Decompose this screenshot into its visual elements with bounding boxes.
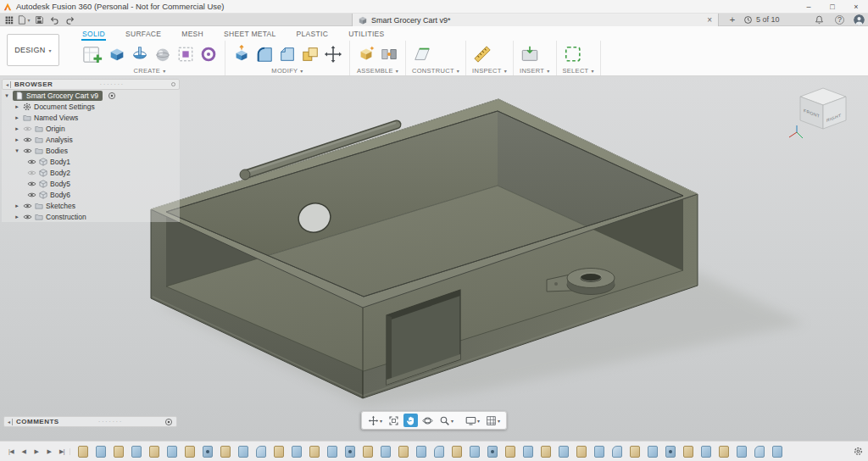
timeline-settings-button[interactable] xyxy=(851,447,865,456)
timeline-sketch-feature-icon[interactable] xyxy=(274,446,284,458)
panel-options-icon[interactable] xyxy=(171,82,175,86)
timeline-extrude-feature-icon[interactable] xyxy=(648,446,658,458)
expand-arrow-icon[interactable]: ▸ xyxy=(14,125,20,132)
expand-arrow-icon[interactable]: ▸ xyxy=(14,103,20,110)
group-label-assemble[interactable]: ASSEMBLE ▾ xyxy=(356,67,399,75)
collapse-panel-icon[interactable]: ◂ xyxy=(6,81,11,88)
browser-item-root[interactable]: ▾ Smart Grocery Cart v9 xyxy=(2,90,180,101)
maximize-button[interactable]: □ xyxy=(821,0,844,14)
notifications-button[interactable] xyxy=(812,14,826,26)
workspace-selector[interactable]: DESIGN ▾ xyxy=(7,34,59,66)
timeline-extrude-feature-icon[interactable] xyxy=(238,446,248,458)
timeline-extrude-feature-icon[interactable] xyxy=(737,446,747,458)
timeline-sketch-feature-icon[interactable] xyxy=(363,446,373,458)
timeline-sketch-feature-icon[interactable] xyxy=(398,446,409,458)
data-panel-toggle-button[interactable] xyxy=(2,14,15,26)
zoom-tool-button[interactable]: ▾ xyxy=(437,414,455,427)
document-tab[interactable]: Smart Grocery Cart v9* × xyxy=(352,14,719,26)
ribbon-tab-surface[interactable]: SURFACE xyxy=(125,28,162,41)
timeline-fillet-feature-icon[interactable] xyxy=(256,446,266,458)
timeline-extrude-feature-icon[interactable] xyxy=(131,446,142,458)
redo-button[interactable] xyxy=(63,14,76,26)
move-button[interactable] xyxy=(323,44,343,64)
undo-button[interactable] xyxy=(47,14,61,26)
group-label-modify[interactable]: MODIFY ▾ xyxy=(231,67,343,75)
timeline-sketch-feature-icon[interactable] xyxy=(576,446,587,458)
help-button[interactable]: ? xyxy=(835,15,844,25)
timeline-fillet-feature-icon[interactable] xyxy=(754,446,765,458)
ribbon-tab-plastic[interactable]: PLASTIC xyxy=(296,28,330,41)
timeline-extrude-feature-icon[interactable] xyxy=(292,446,302,458)
select-button[interactable] xyxy=(563,44,583,64)
measure-button[interactable] xyxy=(472,44,492,64)
timeline-extrude-feature-icon[interactable] xyxy=(416,446,426,458)
timeline-track[interactable] xyxy=(78,446,843,458)
viewport[interactable]: ◂ BROWSER ······· ▾ Smart Grocery Cart v… xyxy=(0,76,868,441)
ribbon-tab-utilities[interactable]: UTILITIES xyxy=(348,28,385,41)
group-label-select[interactable]: SELECT ▾ xyxy=(563,67,594,75)
timeline-sketch-feature-icon[interactable] xyxy=(541,446,551,458)
minimize-button[interactable]: – xyxy=(797,0,821,14)
visibility-eye-icon[interactable] xyxy=(23,136,32,143)
browser-item-origin[interactable]: ▸ Origin xyxy=(2,123,180,134)
timeline-extrude-feature-icon[interactable] xyxy=(594,446,604,458)
close-button[interactable]: × xyxy=(844,0,868,14)
expand-arrow-icon[interactable]: ▸ xyxy=(14,203,20,209)
extrude-button[interactable] xyxy=(107,44,127,64)
expand-arrow-icon[interactable]: ▾ xyxy=(3,92,10,99)
timeline-hole-feature-icon[interactable] xyxy=(487,446,498,458)
expand-arrow-icon[interactable]: ▸ xyxy=(14,114,20,121)
group-label-insert[interactable]: INSERT ▾ xyxy=(520,67,549,75)
collapse-panel-icon[interactable]: ◂ xyxy=(8,419,13,425)
browser-item-body2[interactable]: Body2 xyxy=(2,167,180,178)
timeline-sketch-feature-icon[interactable] xyxy=(220,446,231,458)
browser-item-analysis[interactable]: ▸ Analysis xyxy=(2,134,180,145)
group-label-inspect[interactable]: INSPECT ▾ xyxy=(472,67,507,75)
timeline-sketch-feature-icon[interactable] xyxy=(149,446,159,458)
grid-settings-button[interactable]: ▾ xyxy=(484,414,502,427)
expand-arrow-icon[interactable]: ▸ xyxy=(14,214,20,220)
visibility-eye-icon[interactable] xyxy=(27,181,36,187)
tab-close-icon[interactable]: × xyxy=(707,15,712,25)
display-settings-button[interactable]: ▾ xyxy=(464,414,481,427)
timeline-extrude-feature-icon[interactable] xyxy=(96,446,106,458)
file-menu-button[interactable]: ▾ xyxy=(17,14,31,26)
timeline-extrude-feature-icon[interactable] xyxy=(167,446,177,458)
timeline-fillet-feature-icon[interactable] xyxy=(612,446,622,458)
create-sketch-button[interactable] xyxy=(81,42,104,66)
timeline-sketch-feature-icon[interactable] xyxy=(683,446,693,458)
timeline-sketch-feature-icon[interactable] xyxy=(452,446,462,458)
visibility-eye-icon[interactable] xyxy=(23,214,32,220)
timeline-extrude-feature-icon[interactable] xyxy=(701,446,711,458)
timeline-sketch-feature-icon[interactable] xyxy=(505,446,515,458)
view-cube[interactable]: FRONT RIGHT xyxy=(785,83,861,151)
sweep-button[interactable] xyxy=(153,44,173,64)
new-tab-button[interactable]: + xyxy=(726,14,739,25)
visibility-eye-icon[interactable] xyxy=(23,147,32,154)
timeline-hole-feature-icon[interactable] xyxy=(345,446,355,458)
expand-arrow-icon[interactable]: ▾ xyxy=(14,147,20,154)
activate-component-icon[interactable] xyxy=(108,92,116,100)
shell-button[interactable] xyxy=(277,44,298,64)
combine-button[interactable] xyxy=(300,44,320,64)
timeline-hole-feature-icon[interactable] xyxy=(203,446,213,458)
group-label-create[interactable]: CREATE ▾ xyxy=(81,67,219,75)
press-pull-button[interactable] xyxy=(231,44,252,64)
coil-button[interactable] xyxy=(198,44,219,64)
visibility-eye-icon[interactable] xyxy=(23,203,32,209)
timeline-extrude-feature-icon[interactable] xyxy=(523,446,533,458)
browser-item-sketches[interactable]: ▸ Sketches xyxy=(2,200,180,211)
group-label-construct[interactable]: CONSTRUCT ▾ xyxy=(412,67,459,75)
comments-bar[interactable]: ◂ COMMENTS ······· xyxy=(3,416,177,427)
hand-pan-button[interactable] xyxy=(403,414,418,427)
timeline-sketch-feature-icon[interactable] xyxy=(114,446,124,458)
ribbon-tab-sheet-metal[interactable]: SHEET METAL xyxy=(223,28,277,41)
timeline-hole-feature-icon[interactable] xyxy=(665,446,676,458)
expand-arrow-icon[interactable]: ▸ xyxy=(14,136,20,143)
step-back-button[interactable]: ◀ xyxy=(19,448,29,455)
timeline-sketch-feature-icon[interactable] xyxy=(78,446,88,458)
drag-grip-icon[interactable]: ······· xyxy=(56,81,168,89)
timeline-extrude-feature-icon[interactable] xyxy=(772,446,782,458)
timeline-extrude-feature-icon[interactable] xyxy=(559,446,569,458)
visibility-eye-icon[interactable] xyxy=(23,125,32,132)
